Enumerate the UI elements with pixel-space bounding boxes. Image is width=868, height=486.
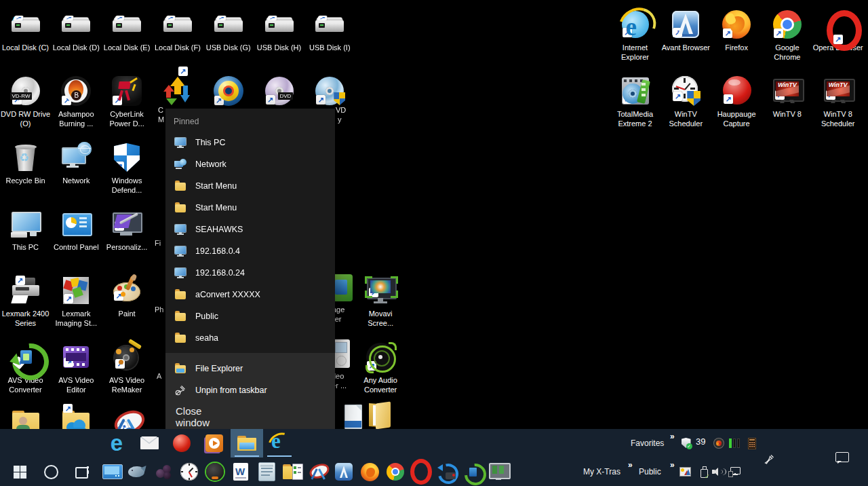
- task-view-button[interactable]: [68, 457, 96, 486]
- taskbar-button-internet-explorer[interactable]: e: [263, 429, 296, 457]
- jumplist-item-public[interactable]: Public: [165, 305, 335, 327]
- desktop-icon-local-disk-d[interactable]: ↗Local Disk (D): [51, 8, 102, 52]
- taskbar-button-video-capture[interactable]: [434, 457, 460, 486]
- action-center-icon[interactable]: [834, 449, 850, 466]
- jumplist-item-seahawks[interactable]: SEAHAWKS: [165, 219, 335, 240]
- desktop-icon-wintv-8[interactable]: ↗WinTVWinTV 8: [762, 75, 812, 119]
- desktop-icon-network[interactable]: Network: [51, 141, 102, 185]
- gauge-tray-icon[interactable]: [711, 435, 727, 451]
- jumplist-item-label: This PC: [195, 138, 225, 147]
- taskbar-button-gauge-app[interactable]: [202, 457, 228, 486]
- usb-disk-icon: ↗: [313, 8, 346, 41]
- desktop-icon-totalmedia-extreme-2[interactable]: ↗TotalMedia Extreme 2: [610, 75, 660, 128]
- taskbar-button-whale-app[interactable]: [125, 457, 151, 486]
- desktop-icon-firefox[interactable]: ↗Firefox: [711, 8, 762, 52]
- speaker-tray-icon[interactable]: [710, 464, 726, 480]
- jumplist-item-start-menu[interactable]: Start Menu: [165, 175, 335, 197]
- photo-tray-icon[interactable]: [677, 464, 693, 480]
- folder-icon: [174, 288, 186, 301]
- desktop-icon-converter-arrows[interactable]: ↗: [152, 75, 203, 107]
- desktop-icon-green-sliver[interactable]: [332, 272, 365, 304]
- taskbar-button-avs-app[interactable]: [460, 457, 486, 486]
- taskbar-button-edge[interactable]: e: [100, 429, 133, 457]
- taskbar-button-remote-display[interactable]: [99, 457, 125, 486]
- desktop-icon-usb-disk-g[interactable]: ↗USB Disk (G): [203, 8, 254, 52]
- taskbar-button-media-player[interactable]: [198, 429, 231, 457]
- desktop-icon-label: Google Chrome: [762, 43, 812, 62]
- desktop-icon-avs-video-remaker[interactable]: ↗AVS Video ReMaker: [102, 341, 153, 394]
- favorites-toolbar-chevron[interactable]: »: [670, 432, 675, 441]
- taskbar-button-file-explorer[interactable]: [231, 429, 263, 457]
- taskbar-button-mail[interactable]: [133, 429, 165, 457]
- taskbar-button-chrome[interactable]: [382, 457, 408, 486]
- taskbar-button-grapes-app[interactable]: [151, 457, 176, 486]
- desktop-icon-local-disk-c[interactable]: ↗Local Disk (C): [0, 8, 51, 52]
- desktop-icon-avant-browser[interactable]: ↗Avant Browser: [660, 8, 711, 52]
- jumplist-action-file-explorer[interactable]: File Explorer: [165, 358, 335, 379]
- desktop-icon-dvd-rw-drive-o[interactable]: ↗VD-RWDVD RW Drive (O): [0, 75, 51, 128]
- public-toolbar-chevron[interactable]: »: [670, 460, 675, 470]
- desktop-icon-disc-burner[interactable]: ↗: [203, 75, 254, 107]
- my-xtras-toolbar-label[interactable]: My X-Tras: [583, 457, 620, 486]
- my-xtras-toolbar-chevron[interactable]: »: [628, 460, 633, 470]
- desktop-icon-wintv-8-scheduler[interactable]: ↗WinTVWinTV 8 Scheduler: [812, 75, 863, 128]
- public-toolbar-label[interactable]: Public: [639, 457, 661, 486]
- taskbar-button-recorder[interactable]: [165, 429, 198, 457]
- desktop-icon-avs-video-converter[interactable]: ↗AVS Video Converter: [0, 341, 51, 394]
- taskbar-button-design-compass[interactable]: [305, 457, 331, 486]
- taskbar-button-notepad[interactable]: [254, 457, 279, 486]
- jumplist-pinned-header: Pinned: [165, 109, 335, 132]
- desktop-icon-internet-explorer[interactable]: ↗eInternet Explorer: [610, 8, 660, 62]
- taskbar-button-opera[interactable]: [408, 457, 434, 486]
- desktop-icon-usb-disk-i[interactable]: ↗USB Disk (I): [304, 8, 355, 52]
- desktop-icon-local-disk-f[interactable]: ↗Local Disk (F): [152, 8, 203, 52]
- jumplist-item-seaha[interactable]: seaha: [165, 327, 335, 349]
- jumplist-item-start-menu[interactable]: Start Menu: [165, 197, 335, 219]
- desktop-icon-dvd-disc[interactable]: ↗DVD: [254, 75, 304, 107]
- jumplist-item-192-168-0-24[interactable]: 192.168.0.24: [165, 262, 335, 284]
- desktop-icon-this-pc[interactable]: This PC: [0, 208, 51, 252]
- start-button[interactable]: [5, 457, 34, 486]
- taskbar-button-video-cards[interactable]: [486, 457, 511, 486]
- desktop-icon-control-panel[interactable]: Control Panel: [51, 208, 102, 252]
- jumplist-item-aconvert-xxxxx[interactable]: aConvert XXXXX: [165, 284, 335, 305]
- jumplist-item-192-168-0-4[interactable]: 192.168.0.4: [165, 240, 335, 262]
- desktop-icon-personaliz[interactable]: ↗Personaliz...: [102, 208, 153, 252]
- desktop-icon-opera-browser[interactable]: ↗Opera Browser: [812, 8, 863, 52]
- windows-ink-pen-icon[interactable]: [761, 451, 777, 467]
- desktop-icon-lexmark-2400-series[interactable]: ↗Lexmark 2400 Series: [0, 274, 51, 328]
- favorites-toolbar-label[interactable]: Favorites: [631, 429, 664, 457]
- network-globe-icon: [174, 158, 186, 170]
- desktop-icon-google-chrome[interactable]: ↗Google Chrome: [762, 8, 812, 62]
- desktop-icon-ashampoo-burning[interactable]: ↗BAshampoo Burning ...: [51, 75, 102, 128]
- taskbar-button-word[interactable]: W: [228, 457, 254, 486]
- desktop-icon-recycle-bin[interactable]: ♻Recycle Bin: [0, 141, 51, 185]
- jumplist-item-this-pc[interactable]: This PC: [165, 132, 335, 153]
- desktop-icon-hauppauge-capture[interactable]: ↗Hauppauge Capture: [711, 75, 762, 128]
- taskbar-button-clock-app[interactable]: [176, 457, 202, 486]
- taskbar-button-firefox[interactable]: [357, 457, 382, 486]
- taskbar-button-avant-browser[interactable]: [331, 457, 357, 486]
- desktop-icon-windows-defend[interactable]: ↗Windows Defend...: [102, 141, 153, 195]
- shortcut-arrow-icon: ↗: [63, 404, 73, 413]
- taskbar-button-folder-checklist[interactable]: [279, 457, 305, 486]
- desktop-icon-lexmark-imaging-st[interactable]: ↗Lexmark Imaging St...: [51, 274, 102, 328]
- desktop-icon-ipod-sliver[interactable]: [332, 338, 365, 371]
- defender-tray-icon[interactable]: ✓: [678, 435, 694, 451]
- jumplist-action-close-window[interactable]: Close window: [165, 401, 335, 423]
- tray-badge-39[interactable]: 39: [696, 436, 705, 447]
- jumplist-action-unpin-from-taskbar[interactable]: Unpin from taskbar: [165, 379, 335, 401]
- cortana-search-button[interactable]: [37, 457, 65, 486]
- desktop-icon-label: USB Disk (G): [203, 43, 254, 52]
- desktop-icon-local-disk-e[interactable]: ↗Local Disk (E): [102, 8, 153, 52]
- bars-tray-icon[interactable]: [727, 435, 743, 451]
- jumplist-item-network[interactable]: Network: [165, 153, 335, 175]
- device-tray-icon[interactable]: [744, 435, 760, 451]
- desktop-icon-dvd-shield[interactable]: ↗: [304, 75, 355, 107]
- desktop-icon-avs-video-editor[interactable]: ↗AVS Video Editor: [51, 341, 102, 394]
- desktop-icon-paint[interactable]: ↗Paint: [102, 274, 153, 318]
- desktop-icon-usb-disk-h[interactable]: ↗USB Disk (H): [254, 8, 304, 52]
- desktop-icon-cyberlink-power-d[interactable]: ↗CyberLink Power D...: [102, 75, 153, 128]
- network-tray-icon[interactable]: [726, 464, 743, 480]
- desktop-icon-wintv-scheduler[interactable]: ↗WinTV Scheduler: [660, 75, 711, 128]
